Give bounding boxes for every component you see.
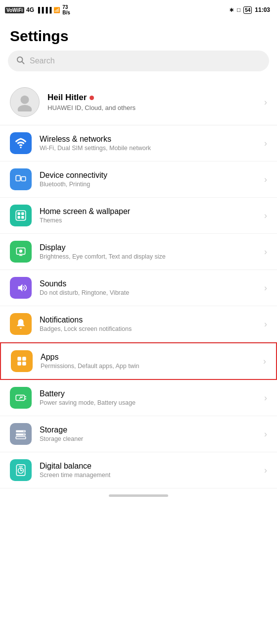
svg-point-29 [23,434,24,435]
svg-rect-9 [18,213,20,215]
home-screen-text: Home screen & wallpaper Themes [40,207,256,224]
apps-icon-wrap [11,350,33,372]
notifications-icon-wrap [10,313,32,335]
sounds-subtitle: Do not disturb, Ringtone, Vibrate [40,289,256,296]
svg-point-16 [19,250,23,253]
wireless-subtitle: Wi-Fi, Dual SIM settings, Mobile network [40,145,256,152]
profile-subtitle: HUAWEI ID, Cloud, and others [47,104,256,111]
settings-item-sounds[interactable]: Sounds Do not disturb, Ringtone, Vibrate… [0,270,277,306]
battery-subtitle: Power saving mode, Battery usage [40,399,256,406]
display-text: Display Brightness, Eye comfort, Text an… [40,243,256,260]
digital-balance-subtitle: Screen time management [40,472,256,479]
search-placeholder: Search [30,56,55,65]
device-connectivity-text: Device connectivity Bluetooth, Printing [40,171,256,188]
profile-info: Heil Hitler HUAWEI ID, Cloud, and others [47,93,256,111]
page-title: Settings [0,20,277,51]
battery-text: Battery Power saving mode, Battery usage [40,389,256,406]
svg-rect-8 [16,211,26,220]
svg-rect-12 [21,216,24,218]
status-bar: VoWiFi 4G ▐▐▐▐ 📶 73B/s ∗ □ 54 11:03 [0,0,277,20]
home-screen-subtitle: Themes [40,217,256,224]
svg-line-1 [22,61,24,63]
wireless-text: Wireless & networks Wi-Fi, Dual SIM sett… [40,135,256,152]
storage-text: Storage Storage cleaner [40,426,256,442]
search-bar[interactable]: Search [8,51,269,71]
svg-rect-18 [17,357,21,361]
home-screen-title: Home screen & wallpaper [40,207,256,216]
display-subtitle: Brightness, Eye comfort, Text and displa… [40,253,256,260]
home-bar [109,494,168,497]
battery-value: 54 [245,7,250,13]
settings-item-notifications[interactable]: Notifications Badges, Lock screen notifi… [0,306,277,342]
notifications-text: Notifications Badges, Lock screen notifi… [40,316,256,332]
svg-rect-20 [17,362,21,366]
svg-rect-6 [21,177,26,181]
settings-item-storage[interactable]: Storage Storage cleaner › [0,416,277,452]
apps-text: Apps Permissions, Default apps, App twin [41,353,255,370]
display-title: Display [40,243,256,252]
svg-rect-19 [22,357,26,361]
home-screen-icon-wrap [10,205,32,226]
svg-rect-21 [22,362,26,366]
signal-bars: 4G [26,6,34,13]
display-chevron-icon: › [264,247,267,257]
profile-name: Heil Hitler [47,93,87,103]
display-icon-wrap [10,241,32,263]
settings-item-wireless[interactable]: Wireless & networks Wi-Fi, Dual SIM sett… [0,125,277,161]
profile-chevron-icon: › [264,97,267,107]
storage-icon-wrap [10,423,32,445]
storage-title: Storage [40,426,256,434]
apps-chevron-icon: › [263,356,266,367]
svg-marker-17 [18,284,23,291]
battery-indicator: 54 [243,6,252,14]
wifi-icon: 📶 [53,7,60,13]
apps-subtitle: Permissions, Default apps, App twin [41,363,255,370]
device-connectivity-icon-wrap [10,168,32,190]
settings-item-device-connectivity[interactable]: Device connectivity Bluetooth, Printing … [0,161,277,198]
notifications-title: Notifications [40,316,256,324]
profile-name-row: Heil Hitler [47,93,256,103]
digital-balance-icon-wrap [10,459,32,481]
notifications-chevron-icon: › [264,319,267,329]
sounds-chevron-icon: › [264,283,267,293]
bluetooth-icon: ∗ [229,6,234,13]
digital-balance-title: Digital balance [40,462,256,471]
svg-rect-5 [16,175,20,181]
digital-balance-text: Digital balance Screen time management [40,462,256,479]
svg-rect-11 [18,216,20,218]
time-label: 11:03 [255,6,270,13]
settings-list: Wireless & networks Wi-Fi, Dual SIM sett… [0,125,277,488]
settings-item-apps[interactable]: Apps Permissions, Default apps, App twin… [0,342,277,380]
svg-rect-27 [16,436,26,438]
status-left: VoWiFi 4G ▐▐▐▐ 📶 73B/s [5,4,70,15]
signal-icon: ▐▐▐▐ [36,7,51,13]
apps-title: Apps [41,353,255,362]
svg-point-28 [23,431,24,432]
sounds-icon-wrap [10,277,32,299]
device-connectivity-title: Device connectivity [40,171,256,180]
svg-point-2 [20,96,29,104]
battery-chevron-icon: › [264,393,267,403]
svg-point-3 [18,105,32,111]
settings-item-display[interactable]: Display Brightness, Eye comfort, Text an… [0,234,277,270]
settings-item-digital-balance[interactable]: Digital balance Screen time management › [0,452,277,488]
speed-label: 73B/s [62,4,70,15]
device-connectivity-subtitle: Bluetooth, Printing [40,181,256,188]
home-indicator [0,488,277,505]
svg-rect-10 [21,213,24,215]
notifications-subtitle: Badges, Lock screen notifications [40,325,256,332]
profile-section[interactable]: Heil Hitler HUAWEI ID, Cloud, and others… [0,79,277,125]
wireless-title: Wireless & networks [40,135,256,144]
battery-icon-wrap [10,387,32,409]
profile-status-dot [90,96,94,100]
wireless-chevron-icon: › [264,138,267,149]
storage-subtitle: Storage cleaner [40,435,256,442]
wireless-icon-wrap [10,132,32,154]
battery-title: Battery [40,389,256,398]
search-icon [16,55,25,66]
status-right: ∗ □ 54 11:03 [229,6,270,14]
settings-item-home-screen[interactable]: Home screen & wallpaper Themes › [0,198,277,234]
sounds-title: Sounds [40,279,256,288]
settings-item-battery[interactable]: Battery Power saving mode, Battery usage… [0,380,277,416]
sounds-text: Sounds Do not disturb, Ringtone, Vibrate [40,279,256,296]
